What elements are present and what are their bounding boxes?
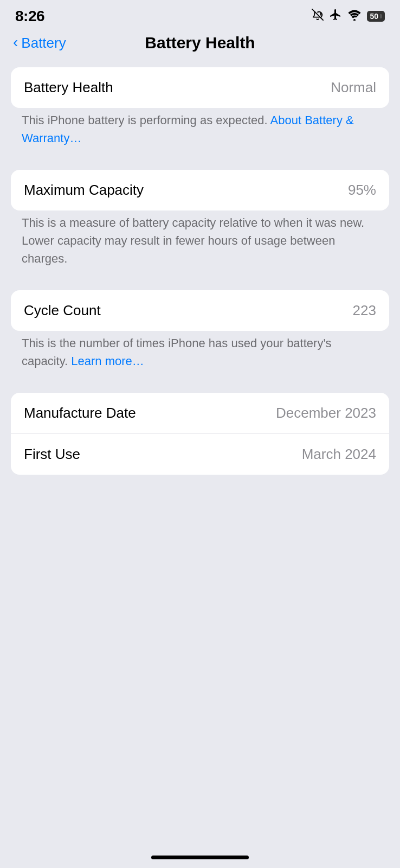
content-area: Battery Health Normal This iPhone batter… (0, 61, 400, 475)
battery-health-label: Battery Health (24, 79, 113, 96)
svg-point-1 (353, 19, 356, 21)
battery-health-row: Battery Health Normal (11, 67, 389, 108)
first-use-label: First Use (24, 446, 80, 463)
first-use-row: First Use March 2024 (11, 433, 389, 475)
battery-health-value: Normal (331, 79, 376, 96)
home-indicator (151, 856, 249, 859)
maximum-capacity-card: Maximum Capacity 95% (11, 170, 389, 210)
airplane-icon (329, 8, 342, 24)
cycle-count-label: Cycle Count (24, 302, 101, 319)
page-title: Battery Health (145, 34, 255, 52)
battery-percent: 50 (370, 12, 378, 21)
status-icons: 50 (312, 8, 385, 24)
back-label: Battery (21, 35, 66, 52)
cycle-count-value: 223 (353, 302, 376, 319)
status-bar: 8:26 50 (0, 0, 400, 29)
manufacture-date-row: Manufacture Date December 2023 (11, 393, 389, 433)
learn-more-link[interactable]: Learn more… (71, 354, 144, 368)
maximum-capacity-row: Maximum Capacity 95% (11, 170, 389, 210)
status-time: 8:26 (15, 8, 44, 25)
svg-line-0 (312, 9, 323, 20)
maximum-capacity-value: 95% (348, 182, 376, 199)
bell-mute-icon (312, 9, 324, 24)
nav-bar: ‹ Battery Battery Health (0, 29, 400, 61)
battery-health-description: This iPhone battery is performing as exp… (11, 111, 389, 157)
back-chevron-icon: ‹ (13, 35, 18, 50)
cycle-count-row: Cycle Count 223 (11, 290, 389, 331)
battery-health-card: Battery Health Normal (11, 67, 389, 108)
dates-card: Manufacture Date December 2023 First Use… (11, 393, 389, 475)
manufacture-date-label: Manufacture Date (24, 405, 136, 422)
wifi-icon (347, 10, 362, 23)
cycle-count-description: This is the number of times iPhone has u… (11, 334, 389, 380)
battery-status: 50 (367, 11, 385, 22)
maximum-capacity-description: This is a measure of battery capacity re… (11, 214, 389, 277)
first-use-value: March 2024 (302, 446, 376, 463)
cycle-count-card: Cycle Count 223 (11, 290, 389, 331)
maximum-capacity-label: Maximum Capacity (24, 182, 144, 199)
manufacture-date-value: December 2023 (276, 405, 376, 422)
back-button[interactable]: ‹ Battery (13, 35, 66, 52)
